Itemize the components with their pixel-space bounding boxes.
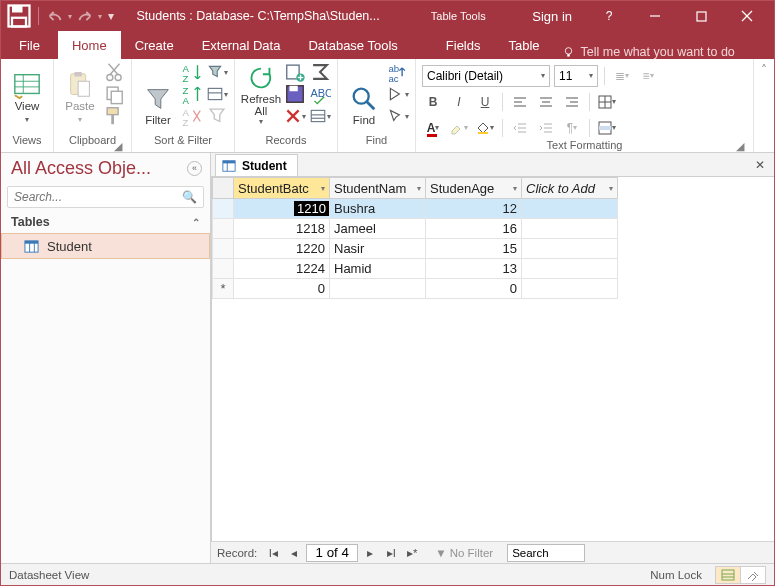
search-icon[interactable]: 🔍 (182, 190, 197, 204)
qat-customize-icon[interactable]: ▾ (104, 3, 118, 29)
remove-sort-icon[interactable]: AZ (181, 106, 203, 126)
save-record-icon[interactable] (284, 84, 306, 104)
font-name-combo[interactable]: Calibri (Detail)▾ (422, 65, 550, 87)
nav-header-caret-icon[interactable]: « (187, 161, 202, 176)
nav-search-box[interactable]: 🔍 (7, 186, 204, 208)
tab-file[interactable]: File (1, 31, 58, 59)
cell-empty[interactable] (522, 279, 618, 299)
viewbtn-datasheet-icon[interactable] (715, 566, 741, 584)
find-button[interactable]: Find (344, 62, 384, 128)
totals-icon[interactable] (309, 62, 331, 82)
cell-empty[interactable] (522, 259, 618, 279)
recnav-last-icon[interactable]: ▸I (382, 544, 400, 562)
tab-home[interactable]: Home (58, 31, 121, 59)
recnav-prev-icon[interactable]: ◂ (285, 544, 303, 562)
recnav-position[interactable] (306, 544, 358, 562)
italic-icon[interactable]: I (448, 91, 470, 113)
cell-name[interactable]: Jameel (330, 219, 426, 239)
delete-record-icon[interactable]: ▾ (284, 106, 306, 126)
toggle-filter-icon[interactable] (206, 106, 228, 126)
col-header-add[interactable]: Click to Add▾ (522, 177, 618, 199)
close-icon[interactable] (724, 1, 770, 31)
cell-age[interactable]: 12 (426, 199, 522, 219)
redo-icon[interactable]: ▾ (74, 3, 102, 29)
paste-button[interactable]: Paste▾ (60, 62, 100, 128)
cell-name[interactable]: Nasir (330, 239, 426, 259)
cut-icon[interactable] (103, 62, 125, 82)
underline-icon[interactable]: U (474, 91, 496, 113)
recnav-search-input[interactable] (507, 544, 585, 562)
table-row[interactable]: 1218Jameel16 (212, 219, 774, 239)
recnav-new-icon[interactable]: ▸* (403, 544, 421, 562)
collapse-ribbon-icon[interactable]: ˄ (761, 63, 767, 77)
cell-batch[interactable]: 0 (234, 279, 330, 299)
sign-in-link[interactable]: Sign in (518, 9, 586, 24)
recnav-first-icon[interactable]: I◂ (264, 544, 282, 562)
selection-filter-icon[interactable]: ▾ (206, 62, 228, 82)
table-row[interactable]: 1220Nasir15 (212, 239, 774, 259)
advanced-filter-icon[interactable]: ▾ (206, 84, 228, 104)
col-header-batch[interactable]: StudentBatc▾ (234, 177, 330, 199)
nav-section-tables[interactable]: Tables ⌃ (1, 211, 210, 233)
minimize-icon[interactable] (632, 1, 678, 31)
tell-me-search[interactable]: Tell me what you want to do (554, 45, 735, 59)
doc-tab-close-icon[interactable]: ✕ (752, 157, 768, 173)
text-direction-icon[interactable]: ¶▾ (561, 117, 583, 139)
bullets-icon[interactable]: ≣▾ (611, 65, 633, 87)
cell-batch[interactable]: 1224 (234, 259, 330, 279)
nav-pane-header[interactable]: All Access Obje... « (1, 153, 210, 183)
nav-item-student[interactable]: Student (1, 233, 210, 259)
cell-batch[interactable]: 1220 (234, 239, 330, 259)
tab-fields[interactable]: Fields (432, 31, 495, 59)
decrease-indent-icon[interactable] (509, 117, 531, 139)
table-row[interactable]: 1224Hamid13 (212, 259, 774, 279)
cell-batch[interactable]: 1210 (234, 199, 330, 219)
bold-icon[interactable]: B (422, 91, 444, 113)
increase-indent-icon[interactable] (535, 117, 557, 139)
gridlines-icon[interactable]: ▾ (596, 91, 618, 113)
tab-create[interactable]: Create (121, 31, 188, 59)
alt-row-color-icon[interactable]: ▾ (596, 117, 618, 139)
cell-empty[interactable] (522, 239, 618, 259)
table-row[interactable]: 1210Bushra12 (212, 199, 774, 219)
numbering-icon[interactable]: ≡▾ (637, 65, 659, 87)
viewbtn-design-icon[interactable] (740, 566, 766, 584)
sort-asc-icon[interactable]: AZ (181, 62, 203, 82)
row-selector[interactable] (212, 219, 234, 239)
section-collapse-icon[interactable]: ⌃ (192, 217, 200, 228)
maximize-icon[interactable] (678, 1, 724, 31)
select-all-cell[interactable] (212, 177, 234, 199)
cell-empty[interactable] (522, 219, 618, 239)
align-center-icon[interactable] (535, 91, 557, 113)
format-painter-icon[interactable] (103, 106, 125, 126)
align-right-icon[interactable] (561, 91, 583, 113)
cell-name[interactable]: Bushra (330, 199, 426, 219)
tab-table[interactable]: Table (495, 31, 554, 59)
filter-indicator-icon[interactable]: ▼ (435, 547, 446, 559)
cell-empty[interactable] (522, 199, 618, 219)
help-icon[interactable]: ? (586, 1, 632, 31)
cell-age[interactable]: 15 (426, 239, 522, 259)
tab-external-data[interactable]: External Data (188, 31, 295, 59)
doc-tab-student[interactable]: Student (215, 154, 298, 176)
cell-age[interactable]: 0 (426, 279, 522, 299)
new-row[interactable]: *00 (212, 279, 774, 299)
view-button[interactable]: View▾ (7, 62, 47, 128)
row-selector[interactable] (212, 199, 234, 219)
spelling-icon[interactable]: ABC (309, 84, 331, 104)
more-records-icon[interactable]: ▾ (309, 106, 331, 126)
row-selector[interactable] (212, 259, 234, 279)
col-header-name[interactable]: StudentNam▾ (330, 177, 426, 199)
cell-age[interactable]: 13 (426, 259, 522, 279)
font-size-combo[interactable]: 11▾ (554, 65, 598, 87)
highlight-icon[interactable]: ▾ (448, 117, 470, 139)
cell-batch[interactable]: 1218 (234, 219, 330, 239)
cell-name[interactable]: Hamid (330, 259, 426, 279)
recnav-next-icon[interactable]: ▸ (361, 544, 379, 562)
align-left-icon[interactable] (509, 91, 531, 113)
filter-button[interactable]: Filter (138, 62, 178, 128)
clipboard-dialog-launcher-icon[interactable]: ◢ (113, 140, 123, 150)
cell-name[interactable] (330, 279, 426, 299)
sort-desc-icon[interactable]: ZA (181, 84, 203, 104)
tab-database-tools[interactable]: Database Tools (294, 31, 411, 59)
